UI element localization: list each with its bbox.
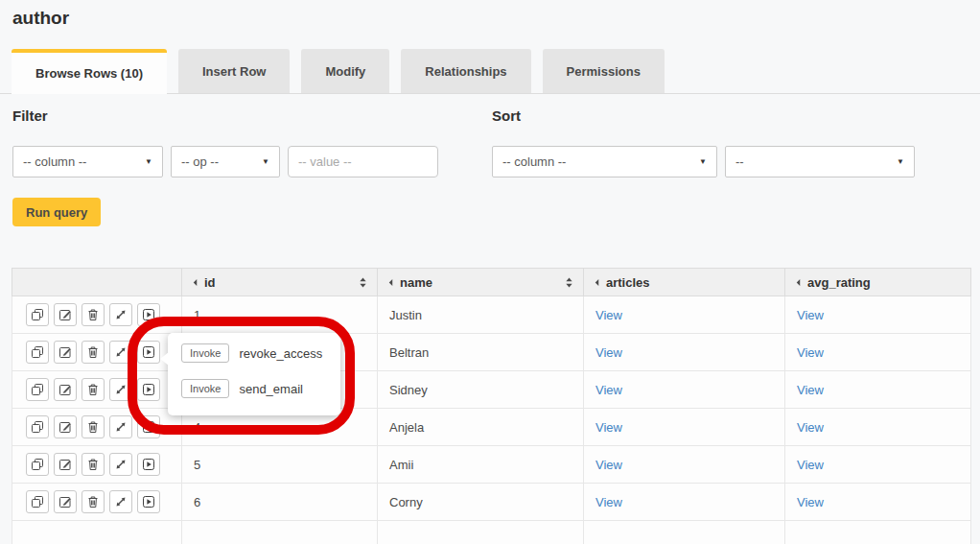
- clone-row-button[interactable]: [26, 341, 49, 364]
- invoke-row-button[interactable]: [137, 415, 160, 438]
- filter-column-select[interactable]: -- column -- ▼: [12, 146, 163, 177]
- tab-permissions[interactable]: Permissions: [543, 49, 665, 93]
- delete-row-button[interactable]: [82, 453, 105, 476]
- edit-row-button[interactable]: [54, 378, 77, 401]
- view-articles-link[interactable]: View: [595, 458, 622, 472]
- invoke-play-icon: [142, 308, 155, 321]
- view-avg-rating-link[interactable]: View: [797, 458, 824, 472]
- cell-name: Amii: [378, 446, 584, 484]
- view-avg-rating-link[interactable]: View: [797, 345, 824, 360]
- tab-insert-row[interactable]: Insert Row: [178, 49, 290, 93]
- view-avg-rating-link[interactable]: View: [797, 308, 824, 322]
- expand-row-button[interactable]: [109, 453, 132, 476]
- sort-icon[interactable]: [565, 276, 573, 289]
- clone-icon: [31, 383, 44, 396]
- column-header-id[interactable]: id: [182, 269, 378, 296]
- tab-modify[interactable]: Modify: [301, 49, 389, 93]
- delete-row-button[interactable]: [82, 341, 105, 364]
- clone-row-button[interactable]: [26, 415, 49, 438]
- trash-icon: [86, 495, 100, 509]
- view-articles-link[interactable]: View: [595, 495, 622, 509]
- caret-left-icon: [594, 278, 600, 287]
- action-name-label: send_email: [239, 382, 303, 396]
- view-articles-link[interactable]: View: [595, 308, 622, 322]
- clone-row-button[interactable]: [26, 453, 49, 476]
- delete-row-button[interactable]: [82, 303, 105, 326]
- cell-name: Anjela: [378, 409, 584, 446]
- column-header-avg-rating[interactable]: avg_rating: [785, 269, 971, 296]
- invoke-row-button[interactable]: [137, 453, 160, 476]
- clone-row-button[interactable]: [26, 303, 49, 326]
- cell-name: Corny: [378, 484, 584, 521]
- table-row-partial: [12, 521, 971, 544]
- expand-icon: [114, 345, 128, 359]
- popup-action-row: Invoke revoke_access: [181, 343, 327, 363]
- edit-icon: [58, 495, 72, 509]
- sort-order-select[interactable]: -- ▼: [725, 146, 915, 177]
- view-avg-rating-link[interactable]: View: [797, 420, 824, 435]
- invoke-row-button[interactable]: [137, 378, 160, 401]
- tab-relationships[interactable]: Relationships: [401, 49, 530, 93]
- cell-id: 6: [182, 484, 378, 521]
- trash-icon: [86, 420, 100, 434]
- column-header-articles[interactable]: articles: [584, 269, 785, 296]
- clone-row-button[interactable]: [26, 490, 49, 513]
- clone-row-button[interactable]: [26, 378, 49, 401]
- view-avg-rating-link[interactable]: View: [797, 495, 824, 509]
- tab-browse-rows[interactable]: Browse Rows (10): [12, 49, 167, 94]
- view-articles-link[interactable]: View: [595, 383, 622, 397]
- invoke-row-button[interactable]: [137, 490, 160, 513]
- sort-icon[interactable]: [359, 276, 367, 289]
- invoke-revoke-access-button[interactable]: Invoke: [181, 343, 229, 363]
- cell-id: 5: [182, 446, 378, 484]
- expand-row-button[interactable]: [109, 303, 132, 326]
- edit-icon: [58, 345, 72, 359]
- clone-icon: [31, 420, 44, 434]
- expand-row-button[interactable]: [109, 378, 132, 401]
- edit-icon: [58, 420, 72, 434]
- invoke-send-email-button[interactable]: Invoke: [181, 379, 229, 398]
- column-header-label: avg_rating: [807, 275, 871, 290]
- edit-icon: [58, 458, 72, 471]
- run-query-button[interactable]: Run query: [12, 198, 101, 226]
- filter-value-input[interactable]: [288, 146, 438, 177]
- edit-row-button[interactable]: [54, 490, 77, 513]
- view-articles-link[interactable]: View: [595, 420, 622, 435]
- chevron-down-icon: ▼: [897, 157, 904, 166]
- filter-controls: -- column -- ▼ -- op -- ▼: [12, 146, 438, 177]
- sort-controls: -- column -- ▼ -- ▼: [492, 146, 915, 177]
- expand-icon: [114, 420, 128, 434]
- delete-row-button[interactable]: [82, 415, 105, 438]
- expand-row-button[interactable]: [109, 415, 132, 438]
- sort-column-select[interactable]: -- column -- ▼: [492, 146, 717, 177]
- popup-action-row: Invoke send_email: [181, 379, 327, 398]
- invoke-row-button[interactable]: [137, 303, 160, 326]
- delete-row-button[interactable]: [82, 490, 105, 513]
- delete-row-button[interactable]: [82, 378, 105, 401]
- cell-name: Justin: [378, 296, 584, 334]
- edit-row-button[interactable]: [54, 341, 77, 364]
- edit-row-button[interactable]: [54, 415, 77, 438]
- edit-icon: [58, 383, 72, 396]
- cell-name: Beltran: [378, 334, 584, 371]
- expand-row-button[interactable]: [109, 490, 132, 513]
- filter-heading: Filter: [12, 107, 48, 124]
- view-avg-rating-link[interactable]: View: [797, 383, 824, 397]
- edit-row-button[interactable]: [54, 303, 77, 326]
- table-row: 3 Sidney View View: [12, 371, 971, 409]
- table-row: 4 Anjela View View: [12, 409, 971, 446]
- invoke-row-button[interactable]: [137, 341, 160, 364]
- invoke-actions-popup: Invoke revoke_access Invoke send_email: [168, 333, 340, 415]
- trash-icon: [86, 383, 100, 396]
- sort-order-value: --: [735, 154, 744, 169]
- sort-heading: Sort: [492, 107, 521, 124]
- edit-row-button[interactable]: [54, 453, 77, 476]
- sort-column-value: -- column --: [502, 154, 566, 169]
- view-articles-link[interactable]: View: [595, 345, 622, 360]
- invoke-play-icon: [142, 345, 155, 359]
- expand-row-button[interactable]: [109, 341, 132, 364]
- filter-op-select[interactable]: -- op -- ▼: [171, 146, 280, 177]
- rows-table: id name articles avg_rating: [12, 268, 970, 544]
- table-row: 1 Justin View View: [12, 296, 971, 334]
- column-header-name[interactable]: name: [378, 269, 584, 296]
